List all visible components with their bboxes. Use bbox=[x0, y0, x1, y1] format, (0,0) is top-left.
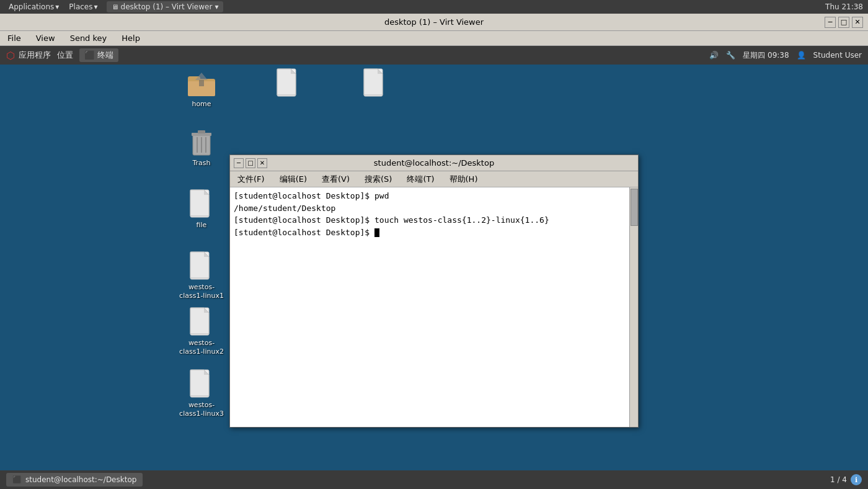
terminal-menu-view[interactable]: 查看(V) bbox=[319, 173, 352, 186]
desktop-icon-file-top2[interactable] bbox=[350, 68, 400, 100]
terminal-output: [student@localhost Desktop]$ pwd /home/s… bbox=[234, 190, 634, 238]
wc1l3-icon-img bbox=[187, 369, 216, 398]
terminal-menu-edit[interactable]: 编辑(E) bbox=[277, 173, 309, 186]
guest-apps-menu[interactable]: ⬡ 应用程序 bbox=[6, 50, 51, 61]
terminal-menu-terminal[interactable]: 终端(T) bbox=[404, 173, 436, 186]
vv-menu-sendkey[interactable]: Send key bbox=[68, 32, 110, 44]
terminal-maximize-btn[interactable]: □ bbox=[246, 158, 255, 168]
wc1l2-label: westos-class1-linux2 bbox=[177, 339, 226, 357]
terminal-content[interactable]: [student@localhost Desktop]$ pwd /home/s… bbox=[230, 187, 638, 427]
wc1l3-label: westos-class1-linux3 bbox=[177, 401, 226, 419]
desktop-icon-trash[interactable]: Trash bbox=[177, 127, 226, 168]
applications-label: Applications bbox=[9, 2, 54, 11]
window-tab[interactable]: 🖥 desktop (1) – Virt Viewer ▾ bbox=[107, 1, 224, 12]
vv-menu-file[interactable]: File bbox=[5, 32, 24, 44]
taskbar-terminal-icon: ⬛ bbox=[12, 475, 22, 484]
host-time: Thu 21:38 bbox=[825, 2, 863, 11]
desktop-icon-home[interactable]: home bbox=[177, 68, 226, 109]
trash-label: Trash bbox=[192, 159, 210, 168]
terminal-minimize-btn[interactable]: ─ bbox=[234, 158, 244, 168]
fedora-icon: ⬡ bbox=[6, 50, 15, 61]
home-label: home bbox=[192, 100, 211, 109]
guest-apps-label: 应用程序 bbox=[19, 50, 51, 61]
guest-pager: 1 / 4 ℹ bbox=[830, 474, 862, 485]
terminal-titlebar: ─ □ ✕ student@localhost:~/Desktop bbox=[230, 155, 638, 171]
terminal-menu-help[interactable]: 帮助(H) bbox=[447, 173, 480, 186]
window-tab-arrow: ▾ bbox=[215, 2, 218, 11]
guest-places-menu[interactable]: 位置 bbox=[57, 50, 73, 61]
guest-pager-text: 1 / 4 bbox=[830, 475, 847, 484]
applications-arrow: ▾ bbox=[55, 2, 59, 11]
terminal-window-controls: ─ □ ✕ bbox=[234, 158, 267, 168]
places-arrow: ▾ bbox=[94, 2, 98, 11]
applications-menu[interactable]: Applications ▾ bbox=[5, 1, 63, 12]
pager-circle-icon: ℹ bbox=[855, 476, 857, 484]
minimize-button[interactable]: ─ bbox=[825, 17, 836, 28]
guest-taskbar-terminal[interactable]: ⬛ student@localhost:~/Desktop bbox=[6, 473, 143, 487]
terminal-btn-label: 终端 bbox=[97, 50, 113, 61]
terminal-scrollbar[interactable] bbox=[629, 187, 638, 427]
terminal-title: student@localhost:~/Desktop bbox=[374, 158, 494, 168]
maximize-button[interactable]: □ bbox=[838, 17, 849, 28]
trash-icon-img bbox=[187, 127, 216, 156]
speaker-icon: 🔊 bbox=[709, 51, 719, 60]
terminal-menubar: 文件(F) 编辑(E) 查看(V) 搜索(S) 终端(T) 帮助(H) bbox=[230, 171, 638, 187]
file-icon-img-file bbox=[187, 189, 216, 218]
guest-topbar: ⬡ 应用程序 位置 ⬛ 终端 🔊 🔧 星期四 09:38 👤 Student U… bbox=[0, 46, 868, 65]
desktop-icon-wc1l1[interactable]: westos-class1-linux1 bbox=[177, 251, 226, 301]
guest-desktop: home bbox=[0, 65, 868, 470]
vv-menu-view[interactable]: View bbox=[33, 32, 58, 44]
guest-pager-circle[interactable]: ℹ bbox=[851, 474, 862, 485]
window-tab-label: desktop (1) – Virt Viewer bbox=[121, 2, 213, 11]
svg-rect-4 bbox=[199, 80, 204, 86]
guest-places-label: 位置 bbox=[57, 50, 73, 61]
terminal-icon: ⬛ bbox=[84, 50, 95, 60]
vv-titlebar: desktop (1) – Virt Viewer ─ □ ✕ bbox=[0, 14, 868, 31]
file-icon-img-1 bbox=[273, 68, 303, 97]
close-button[interactable]: ✕ bbox=[852, 17, 863, 28]
wc1l1-icon-img bbox=[187, 251, 216, 280]
guest-terminal-btn[interactable]: ⬛ 终端 bbox=[79, 48, 118, 62]
guest-right-panel: 🔊 🔧 星期四 09:38 👤 Student User bbox=[709, 50, 862, 61]
guest-taskbar: ⬛ student@localhost:~/Desktop 1 / 4 ℹ bbox=[0, 470, 868, 489]
vv-title: desktop (1) – Virt Viewer bbox=[384, 17, 484, 27]
host-topbar: Applications ▾ Places ▾ 🖥 desktop (1) – … bbox=[0, 0, 868, 14]
svg-rect-13 bbox=[198, 130, 205, 133]
network-icon: 🔧 bbox=[726, 51, 735, 60]
desktop-icon-file[interactable]: file bbox=[177, 189, 226, 230]
file-label: file bbox=[197, 221, 207, 230]
terminal-window[interactable]: ─ □ ✕ student@localhost:~/Desktop 文件(F) … bbox=[229, 155, 639, 428]
desktop-icon-wc1l3[interactable]: westos-class1-linux3 bbox=[177, 369, 226, 419]
guest-time: 星期四 09:38 bbox=[743, 50, 789, 61]
file-icon-img-2 bbox=[360, 68, 390, 97]
wc1l2-icon-img bbox=[187, 307, 216, 336]
wc1l1-label: westos-class1-linux1 bbox=[177, 283, 226, 301]
desktop-icon-wc1l2[interactable]: westos-class1-linux2 bbox=[177, 307, 226, 357]
vv-menu-help[interactable]: Help bbox=[119, 32, 143, 44]
window-icon: 🖥 bbox=[112, 3, 118, 11]
user-icon: 👤 bbox=[797, 51, 806, 60]
taskbar-terminal-label: student@localhost:~/Desktop bbox=[25, 475, 136, 484]
terminal-scrollthumb[interactable] bbox=[631, 189, 638, 226]
guest-user: Student User bbox=[813, 51, 862, 60]
vv-menubar: File View Send key Help bbox=[0, 31, 868, 46]
places-menu[interactable]: Places ▾ bbox=[65, 1, 101, 12]
terminal-menu-file[interactable]: 文件(F) bbox=[235, 173, 267, 186]
home-icon-img bbox=[187, 68, 216, 97]
places-label: Places bbox=[69, 2, 92, 11]
terminal-cursor bbox=[374, 228, 379, 237]
desktop-icon-file-top1[interactable] bbox=[264, 68, 313, 100]
terminal-close-btn[interactable]: ✕ bbox=[257, 158, 267, 168]
terminal-menu-search[interactable]: 搜索(S) bbox=[362, 173, 394, 186]
